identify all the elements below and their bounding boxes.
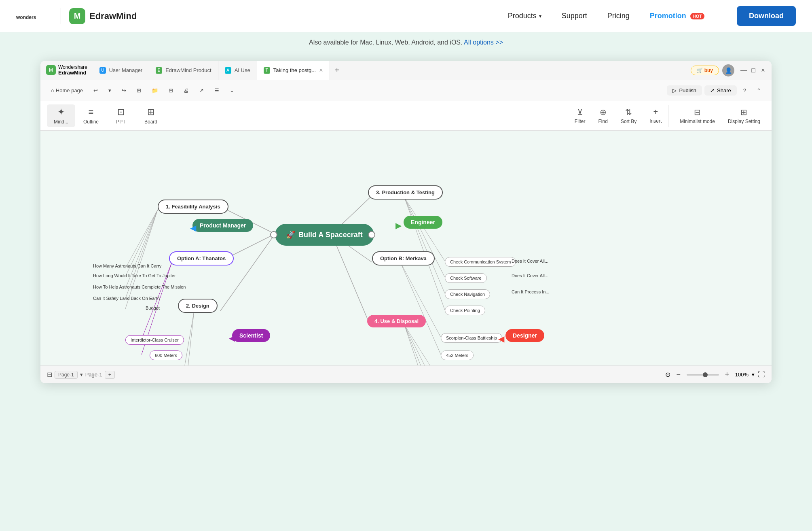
add-page-button[interactable]: + xyxy=(105,371,115,379)
edrawmind-app-name: EdrawMind xyxy=(89,11,137,21)
svg-line-32 xyxy=(404,325,441,365)
close-button[interactable]: × xyxy=(760,68,766,73)
designer-arrow: ◀ xyxy=(498,334,504,344)
view-outline-button[interactable]: ≡ Outline xyxy=(77,104,105,127)
help-button[interactable]: ? xyxy=(739,85,750,96)
option-b-node[interactable]: Option B: Merkava xyxy=(372,251,435,266)
chevron-up-icon: ⌃ xyxy=(757,87,761,93)
minimalist-mode-tool[interactable]: ⊟ Minimalist mode xyxy=(675,105,720,127)
more-icon: ☰ xyxy=(214,87,219,93)
leaf-astronauts-carry: How Many Astronauts Can It Carry xyxy=(93,263,161,268)
mind-icon: ✦ xyxy=(57,107,65,117)
tab-ai-use[interactable]: A AI Use xyxy=(218,61,257,80)
svg-line-12 xyxy=(182,311,194,365)
tab-edrawmind-product[interactable]: E EdrawMind Product xyxy=(149,61,218,80)
tab-user-manager[interactable]: U User Manager xyxy=(93,61,149,80)
does-it-cover-2: Does It Cover All... xyxy=(512,273,548,278)
find-tool[interactable]: ⊕ Find xyxy=(594,105,613,127)
minimize-button[interactable]: — xyxy=(741,68,746,73)
zoom-thumb xyxy=(703,372,708,377)
arrow-dropdown[interactable]: ⌄ xyxy=(226,85,238,96)
redo-icon: ↪ xyxy=(122,87,126,93)
share-button[interactable]: ⤢ Share xyxy=(704,85,737,96)
minus-left[interactable]: − xyxy=(270,231,277,238)
tab-taking-postg[interactable]: T Taking the postg... × xyxy=(257,61,330,80)
fullscreen-button[interactable]: ⛶ xyxy=(758,370,765,379)
svg-line-29 xyxy=(404,325,441,365)
view-mind-button[interactable]: ✦ Mind... xyxy=(47,104,75,127)
svg-line-6 xyxy=(220,234,275,311)
app-logo-small: M Wondershare EdrawMind xyxy=(40,65,93,76)
rocket-icon: 🚀 xyxy=(286,230,295,239)
template-icon: ⊟ xyxy=(169,87,173,93)
print-button[interactable]: 🖨 xyxy=(180,85,193,96)
designer-role[interactable]: Designer xyxy=(505,329,544,342)
tab-add-button[interactable]: + xyxy=(330,66,345,75)
filter-tool[interactable]: ⊻ Filter xyxy=(570,105,590,127)
publish-button[interactable]: ▷ Publish xyxy=(667,85,702,96)
sort-by-tool[interactable]: ⇅ Sort By xyxy=(616,105,641,127)
promotion-nav-link[interactable]: Promotion HOT xyxy=(650,12,704,20)
print-icon: 🖨 xyxy=(184,87,189,93)
production-node[interactable]: 3. Production & Testing xyxy=(368,185,443,200)
collapse-button[interactable]: ⌃ xyxy=(753,85,765,96)
view-ppt-button[interactable]: ⊡ PPT xyxy=(107,104,135,127)
center-node[interactable]: 🚀 Build A Spacecraft xyxy=(275,224,374,246)
edrawmind-logo: M EdrawMind xyxy=(69,8,137,24)
minus-right[interactable]: − xyxy=(368,231,375,238)
template-button[interactable]: ⊟ xyxy=(165,85,177,96)
outline-icon: ≡ xyxy=(89,107,94,117)
wondershare-icon: wondershare xyxy=(16,10,36,22)
mind-map-container: 🚀 Build A Spacecraft − − 1. Feasibility … xyxy=(40,131,772,365)
undo-dropdown-button[interactable]: ▾ xyxy=(104,85,115,96)
export-button[interactable]: ↗ xyxy=(195,85,208,96)
undo-button[interactable]: ↩ xyxy=(89,85,102,96)
zoom-out-button[interactable]: − xyxy=(674,370,683,380)
page-dropdown-icon: ▾ xyxy=(80,372,83,378)
zoom-slider[interactable] xyxy=(687,374,719,376)
more-button[interactable]: ☰ xyxy=(210,85,223,96)
redo-button[interactable]: ↪ xyxy=(118,85,130,96)
scientist-role[interactable]: Scientist xyxy=(232,329,270,342)
nav-divider xyxy=(61,8,61,24)
tab-close-icon[interactable]: × xyxy=(319,67,323,74)
maximize-button[interactable]: □ xyxy=(751,68,756,73)
display-setting-tool[interactable]: ⊞ Display Setting xyxy=(723,105,765,127)
home-page-button[interactable]: ⌂ Home page xyxy=(47,85,87,96)
design-node[interactable]: 2. Design xyxy=(178,299,218,313)
check-pointing: Check Pointing xyxy=(445,306,485,315)
download-button[interactable]: Download xyxy=(737,6,796,26)
filter-icon: ⊻ xyxy=(577,107,583,117)
engineer-role[interactable]: Engineer xyxy=(404,216,442,229)
use-disposal-node[interactable]: 4. Use & Disposal xyxy=(367,315,426,327)
add-node-button[interactable]: ⊞ xyxy=(133,85,145,96)
support-nav-link[interactable]: Support xyxy=(562,12,587,20)
feasibility-node[interactable]: 1. Feasibility Analysis xyxy=(158,200,228,214)
all-options-link[interactable]: All options >> xyxy=(464,39,503,46)
page-selector[interactable]: Page-1 xyxy=(55,371,78,379)
add-icon: ⊞ xyxy=(137,87,141,93)
view-tools: ⊻ Filter ⊕ Find ⇅ Sort By + Insert xyxy=(570,105,666,127)
share-icon: ⤢ xyxy=(710,87,715,93)
zoom-in-button[interactable]: + xyxy=(722,370,732,380)
main-toolbar: ⌂ Home page ↩ ▾ ↪ ⊞ 📁 ⊟ 🖨 xyxy=(40,80,772,101)
zoom-dropdown-icon: ▾ xyxy=(752,372,755,378)
products-nav-link[interactable]: Products ▾ xyxy=(508,12,541,20)
option-a-node[interactable]: Option A: Thanatos xyxy=(169,251,234,266)
mind-map-canvas[interactable]: 🚀 Build A Spacecraft − − 1. Feasibility … xyxy=(40,131,772,365)
view-board-button[interactable]: ⊞ Board xyxy=(137,104,165,127)
nav-links: Products ▾ Support Pricing Promotion HOT… xyxy=(508,6,796,26)
option-b-item-2: 452 Meters xyxy=(441,350,474,360)
hot-badge: HOT xyxy=(690,13,704,19)
pricing-nav-link[interactable]: Pricing xyxy=(607,12,630,20)
minimalist-icon: ⊟ xyxy=(694,107,701,117)
export-icon: ↗ xyxy=(199,87,204,93)
product-manager-role[interactable]: Product Manager xyxy=(192,219,253,232)
folder-button[interactable]: 📁 xyxy=(148,85,162,96)
view-right-tools: ⊟ Minimalist mode ⊞ Display Setting xyxy=(668,105,765,127)
insert-tool[interactable]: + Insert xyxy=(645,105,666,126)
buy-button[interactable]: 🛒 buy xyxy=(691,66,719,75)
scientist-arrow: ◀ xyxy=(229,333,235,343)
page-indicator: ⊟ Page-1 ▾ Page-1 + xyxy=(47,371,115,379)
leaf-help-astronauts: How To Help Astronauts Complete The Miss… xyxy=(93,285,186,289)
